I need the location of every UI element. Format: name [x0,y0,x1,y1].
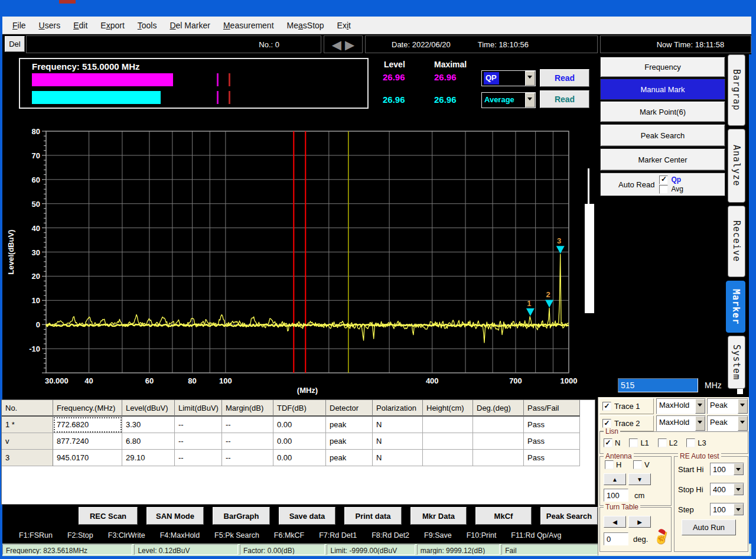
read-avg-button[interactable]: Read [540,90,589,108]
dropdown-arrow-icon[interactable] [695,416,705,431]
table-cell[interactable]: peak [326,433,373,450]
dropdown-arrow-icon[interactable] [525,93,535,108]
marker-frequency-input[interactable]: 515 [618,378,698,392]
menu-item-edit[interactable]: Edit [67,18,94,32]
table-cell[interactable]: -- [222,433,273,450]
sidebar-item-peak-search[interactable]: Peak Search [600,124,725,147]
detector2-dropdown[interactable]: Average [481,92,536,108]
lisn-n-checkbox[interactable]: ✓ [604,438,612,447]
table-cell[interactable]: N [373,417,423,433]
tab-receive[interactable]: Receive [728,206,745,277]
print-data-button[interactable]: Print data [344,507,402,525]
trace-1-detector-dropdown[interactable]: Peak [707,398,748,414]
table-cell[interactable]: -- [175,450,222,466]
sidebar-item-frequency[interactable]: Frequency [600,57,725,77]
table-cell[interactable]: 3 [2,450,53,466]
sidebar-item-mark-point-6[interactable]: Mark Point(6) [600,101,725,122]
antenna-height-input[interactable]: 100 [604,489,628,502]
bargraph-button[interactable]: BarGraph [213,507,270,525]
step-dropdown[interactable]: 100 [710,503,744,516]
trace-2-checkbox[interactable]: ✓ [602,419,611,428]
turntable-left-button[interactable]: ◀ [604,516,626,528]
dropdown-arrow-icon[interactable] [525,71,535,86]
menu-item-measurement[interactable]: Measurement [217,18,281,32]
table-cell[interactable]: 0.00 [273,450,326,466]
table-cell[interactable]: 0.00 [273,433,326,450]
read-qp-button[interactable]: Read [540,69,589,87]
table-cell[interactable]: 3.30 [122,417,175,433]
menu-item-file[interactable]: File [6,18,32,32]
dropdown-arrow-icon[interactable] [738,399,748,414]
hand-pointer-icon[interactable]: ☝ [654,529,669,545]
table-cell[interactable]: 877.7240 [53,433,122,450]
table-cell[interactable]: 1 * [2,417,53,433]
tab-analyze[interactable]: Analyze [728,129,745,203]
trace-1-toggle[interactable]: ✓Trace 1 [599,398,654,414]
menu-item-export[interactable]: Export [94,18,131,32]
dropdown-arrow-icon[interactable] [734,503,744,515]
dropdown-arrow-icon[interactable] [734,483,744,495]
table-cell[interactable]: N [373,433,423,450]
sidebar-item-manual-mark[interactable]: Manual Mark [600,79,725,100]
table-cell[interactable]: 6.80 [122,433,175,450]
trace-1-mode-dropdown[interactable]: MaxHold [656,398,706,414]
table-cell[interactable]: -- [222,417,273,433]
antenna-up-button[interactable]: ▲ [604,473,626,485]
table-cell[interactable]: Pass [524,433,580,450]
turntable-right-button[interactable]: ▶ [628,516,651,528]
table-cell[interactable] [423,450,473,466]
trace-2-detector-dropdown[interactable]: Peak [707,415,748,431]
table-cell[interactable]: peak [326,417,373,433]
next-record-icon[interactable]: ▶ [345,38,354,51]
antenna-h-checkbox[interactable]: ✓ [605,460,614,469]
stop-hi-dropdown[interactable]: 400 [710,483,744,496]
trace-1-checkbox[interactable]: ✓ [602,402,611,411]
table-cell[interactable] [473,433,524,450]
san-mode-button[interactable]: SAN Mode [146,507,204,525]
table-cell[interactable]: -- [222,450,273,466]
table-cell[interactable] [473,417,524,433]
antenna-v-checkbox[interactable]: ✓ [633,460,642,469]
table-cell[interactable]: 945.0170 [53,450,122,466]
menu-item-users[interactable]: Users [32,18,67,32]
sidebar-item-marker-center[interactable]: Marker Center [600,148,725,171]
table-cell[interactable]: -- [175,433,222,450]
table-cell[interactable]: 0.00 [273,417,326,433]
menu-item-del-marker[interactable]: Del Marker [163,18,216,32]
prev-record-icon[interactable]: ◀ [332,38,341,51]
mkr-data-button[interactable]: Mkr Data [410,507,467,525]
antenna-down-button[interactable]: ▼ [628,473,651,485]
start-hi-dropdown[interactable]: 100 [710,463,744,476]
tab-marker[interactable]: Marker [726,281,745,333]
chart-area[interactable]: 80706050403020100-1030.00040608010040070… [5,121,597,395]
table-cell[interactable] [423,433,473,450]
turntable-angle-input[interactable]: 0 [604,532,628,545]
dropdown-arrow-icon[interactable] [738,416,748,431]
table-cell[interactable] [423,417,473,433]
peak-search-button[interactable]: Peak Search [540,507,598,525]
qp-checkbox[interactable]: ✓ [659,176,668,184]
lisn-l1-checkbox[interactable]: ✓ [629,438,638,447]
detector1-dropdown[interactable]: QP [481,70,536,86]
tab-system[interactable]: System [728,336,745,389]
tab-bargrap[interactable]: Bargrap [728,54,745,126]
lisn-l3-checkbox[interactable]: ✓ [686,438,695,447]
table-cell[interactable] [473,450,524,466]
lisn-l2-checkbox[interactable]: ✓ [658,438,667,447]
table-cell[interactable]: Pass [524,417,580,433]
menu-item-tools[interactable]: Tools [131,18,164,32]
table-cell[interactable]: 772.6820 [53,417,122,433]
menu-item-measstop[interactable]: MeasStop [281,18,331,32]
table-cell[interactable]: N [373,450,423,466]
dropdown-arrow-icon[interactable] [695,399,705,414]
menu-item-exit[interactable]: Exit [331,18,357,32]
table-cell[interactable]: -- [175,417,222,433]
table-cell[interactable]: Pass [524,450,580,466]
chart-scrollbar-thumb[interactable] [585,204,594,313]
trace-2-mode-dropdown[interactable]: MaxHold [656,415,706,431]
del-button[interactable]: Del [5,36,25,52]
rec-scan-button[interactable]: REC Scan [79,507,138,525]
table-cell[interactable]: 29.10 [122,450,175,466]
avg-checkbox[interactable]: ✓ [659,185,668,194]
auto-run-button[interactable]: Auto Run [682,519,736,535]
